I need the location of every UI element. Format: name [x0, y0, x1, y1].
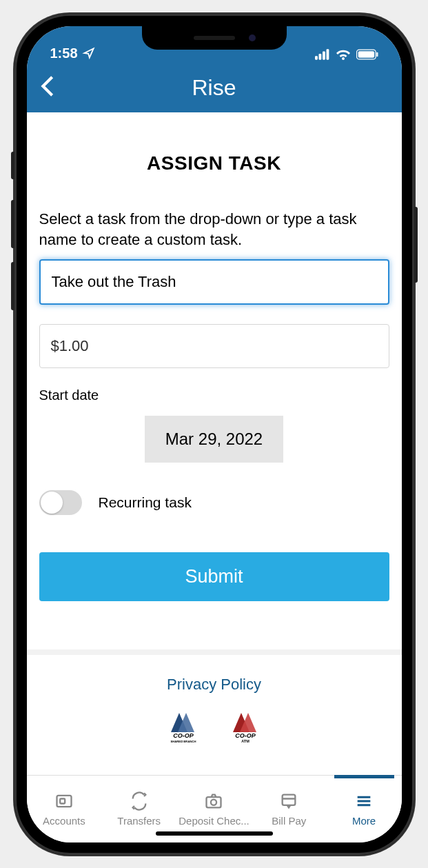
back-button[interactable]	[41, 74, 54, 101]
notch	[142, 26, 287, 50]
instruction-text: Select a task from the drop-down or type…	[39, 209, 389, 252]
transfer-icon	[130, 791, 149, 811]
tab-more[interactable]: More	[327, 776, 402, 842]
svg-rect-3	[326, 49, 329, 59]
header-bar: Rise	[27, 64, 402, 112]
recurring-toggle[interactable]	[39, 490, 82, 515]
location-arrow-icon	[82, 46, 96, 60]
task-name-value: Take out the Trash	[52, 273, 176, 290]
section-divider	[27, 649, 402, 655]
phone-side-button	[414, 207, 418, 283]
phone-side-button	[11, 200, 14, 248]
svg-rect-12	[60, 798, 65, 803]
wallet-icon	[54, 791, 74, 811]
menu-icon	[354, 791, 374, 811]
cell-signal-icon	[315, 49, 330, 60]
svg-rect-1	[318, 53, 321, 59]
amount-input[interactable]: $1.00	[39, 324, 389, 368]
amount-value: $1.00	[51, 337, 89, 354]
wifi-icon	[335, 48, 351, 61]
recurring-label: Recurring task	[99, 494, 192, 511]
screen: 1:58 Rise ASSIGN TASK Select a task from…	[27, 26, 402, 842]
start-date-label: Start date	[39, 387, 389, 403]
page-title: ASSIGN TASK	[39, 152, 389, 174]
privacy-policy-label: Privacy Policy	[167, 676, 261, 693]
tab-label: More	[352, 815, 376, 827]
task-name-input[interactable]: Take out the Trash	[39, 259, 389, 305]
start-date-picker[interactable]: Mar 29, 2022	[145, 416, 283, 463]
coop-atm-logo: CO-OP ATM	[221, 707, 270, 743]
svg-text:ATM: ATM	[241, 739, 249, 743]
battery-icon	[356, 49, 378, 60]
phone-frame: 1:58 Rise ASSIGN TASK Select a task from…	[14, 14, 414, 855]
tab-label: Deposit Chec...	[179, 815, 249, 827]
tab-label: Bill Pay	[272, 815, 306, 827]
phone-side-button	[11, 152, 14, 179]
toggle-knob	[41, 492, 63, 514]
privacy-policy-link[interactable]: Privacy Policy	[39, 676, 389, 694]
svg-point-14	[211, 799, 216, 805]
tab-accounts[interactable]: Accounts	[27, 776, 102, 842]
svg-rect-0	[315, 56, 318, 60]
chevron-left-icon	[41, 74, 54, 98]
partner-logos: CO-OP SHARED BRANCH CO-OP ATM	[39, 707, 389, 743]
tab-label: Accounts	[43, 815, 85, 827]
svg-rect-13	[207, 797, 221, 807]
coop-shared-branch-logo: CO-OP SHARED BRANCH	[159, 707, 208, 743]
tab-label: Transfers	[117, 815, 161, 827]
svg-rect-15	[283, 794, 296, 805]
status-time: 1:58	[50, 46, 78, 61]
receipt-icon	[279, 791, 298, 811]
submit-button[interactable]: Submit	[39, 552, 389, 601]
svg-rect-6	[376, 52, 378, 56]
start-date-value: Mar 29, 2022	[165, 430, 263, 448]
svg-text:CO-OP: CO-OP	[173, 732, 194, 739]
camera-icon	[204, 791, 223, 811]
svg-text:SHARED BRANCH: SHARED BRANCH	[170, 740, 196, 743]
home-indicator[interactable]	[156, 831, 273, 836]
phone-side-button	[11, 262, 14, 310]
svg-text:CO-OP: CO-OP	[235, 732, 256, 739]
header-title: Rise	[192, 75, 236, 101]
submit-label: Submit	[185, 566, 243, 587]
svg-rect-2	[323, 51, 325, 59]
svg-rect-5	[358, 51, 374, 58]
